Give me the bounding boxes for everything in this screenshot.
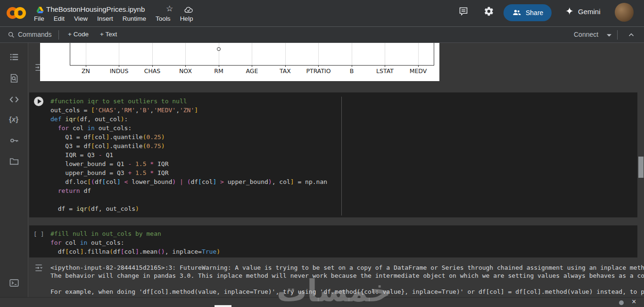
plot-gridline: [252, 43, 252, 65]
vertical-scrollbar-thumb[interactable]: [638, 157, 644, 178]
plot-gridline: [185, 43, 186, 65]
code-line: #fill null in out_cols by mean: [50, 229, 220, 238]
code-line: def iqr(df, out_col):: [50, 115, 327, 124]
find-replace-icon[interactable]: [9, 73, 19, 84]
toolbar-divider: [58, 30, 59, 40]
outlier-point: [217, 47, 221, 51]
plot-gridline: [285, 43, 286, 65]
cloud-saved-icon[interactable]: [184, 5, 193, 15]
menu-bar: FileEditViewInsertRuntimeToolsHelp: [34, 15, 193, 22]
variables-icon[interactable]: {x}: [9, 114, 19, 125]
plot-xtick-label: B: [335, 67, 368, 75]
connect-dropdown-caret-icon[interactable]: [606, 33, 612, 37]
output-collapse-icon[interactable]: [34, 263, 43, 273]
share-label: Share: [526, 9, 543, 17]
menu-file[interactable]: File: [34, 15, 44, 22]
drive-icon: [36, 6, 44, 15]
horizontal-scrollbar-thumb[interactable]: [215, 305, 231, 307]
add-text-button[interactable]: + Text: [100, 31, 117, 38]
star-icon[interactable]: ☆: [166, 4, 173, 14]
plot-xtick-label: INDUS: [103, 67, 136, 75]
plot-gridline: [385, 43, 385, 65]
notebook-scroll-area[interactable]: ZNINDUSCHASNOXRMAGETAXPTRATIOBLSTATMEDV …: [28, 43, 644, 297]
plot-xtick-label: MEDV: [402, 67, 435, 75]
boxplot-output: ZNINDUSCHASNOXRMAGETAXPTRATIOBLSTATMEDV: [40, 43, 439, 81]
bottom-status-bar: ×: [0, 297, 644, 307]
run-cell-button[interactable]: [34, 97, 43, 106]
plot-gridline: [152, 43, 153, 65]
notebook-title[interactable]: TheBostonHousingPrices.ipynb: [46, 5, 145, 13]
plot-tick: [352, 65, 352, 67]
menu-help[interactable]: Help: [180, 15, 193, 22]
commands-button[interactable]: Commands: [18, 31, 52, 38]
code-line: return df: [50, 186, 327, 195]
menu-tools[interactable]: Tools: [156, 15, 171, 22]
colab-logo-icon[interactable]: [7, 7, 28, 19]
settings-gear-icon[interactable]: [484, 6, 494, 17]
code-cell-2[interactable]: [ ] #fill null in out_cols by meanfor co…: [29, 225, 637, 257]
comments-icon[interactable]: [459, 7, 468, 16]
gemini-sparkle-icon: [565, 7, 574, 16]
code-lines-1[interactable]: #fill null in out_cols by meanfor col in…: [50, 229, 220, 256]
plot-tick: [119, 65, 119, 67]
plot-xtick-label: CHAS: [136, 67, 169, 75]
connect-button[interactable]: Connect: [574, 31, 598, 38]
search-icon[interactable]: [8, 31, 15, 39]
code-line: for col in out_cols:: [50, 124, 327, 133]
plot-gridline: [418, 43, 419, 65]
status-dot: [619, 300, 624, 305]
output-line: For example, when doing 'df[col].method(…: [50, 288, 644, 296]
code-line: IQR = Q3 - Q1: [50, 150, 327, 159]
plot-gridline: [318, 43, 319, 65]
cell-run-brackets[interactable]: [ ]: [33, 231, 44, 238]
output-line: [50, 280, 644, 288]
plot-gridline: [86, 43, 86, 65]
left-sidebar: {x}: [0, 43, 28, 297]
code-line: Q1 = df[col].quantile(0.25): [50, 133, 327, 141]
menu-insert[interactable]: Insert: [97, 15, 113, 22]
menu-edit[interactable]: Edit: [54, 15, 65, 22]
plot-frame-left: [70, 43, 70, 65]
code-snippets-icon[interactable]: [9, 94, 19, 105]
table-of-contents-icon[interactable]: [9, 51, 19, 63]
add-code-button[interactable]: + Code: [68, 31, 89, 38]
plot-tick: [385, 65, 385, 67]
plot-tick: [185, 65, 186, 67]
menu-view[interactable]: View: [74, 15, 88, 22]
terminal-icon[interactable]: [9, 277, 19, 289]
menu-runtime[interactable]: Runtime: [123, 15, 146, 22]
plot-xtick-label: PTRATIO: [302, 67, 335, 75]
code-line: [50, 195, 327, 204]
output-line: The behavior will change in pandas 3.0. …: [50, 272, 644, 280]
plot-xtick-label: RM: [202, 67, 235, 75]
code-cell-1[interactable]: #function iqr to set outliers to nullout…: [29, 92, 637, 217]
code-line: df[col].fillna(df[col].mean(), inplace=T…: [50, 247, 220, 256]
code-line: df.loc[(df[col] < lower_bound) | (df[col…: [50, 177, 327, 186]
avatar[interactable]: [615, 3, 634, 22]
plot-tick: [252, 65, 252, 67]
share-button[interactable]: Share: [504, 4, 552, 21]
plot-xtick-label: NOX: [169, 67, 202, 75]
collapse-chevron-up-icon[interactable]: [627, 31, 636, 39]
plot-gridline: [352, 43, 352, 65]
plot-tick: [86, 65, 86, 67]
toolbar-divider: [617, 30, 618, 40]
code-line: lower_bound = Q1 - 1.5 * IQR: [50, 159, 327, 168]
cell-output-text: <ipython-input-82-2844415d2165>:3: Futur…: [50, 264, 644, 296]
code-line: upper_bound = Q3 + 1.5 * IQR: [50, 168, 327, 177]
files-folder-icon[interactable]: [9, 156, 19, 167]
code-lines-0[interactable]: #function iqr to set outliers to nullout…: [50, 97, 327, 213]
editor-ruler-line: [341, 97, 342, 216]
close-icon[interactable]: ×: [632, 298, 636, 306]
plot-xtick-label: ZN: [69, 67, 102, 75]
code-line: #function iqr to set outliers to null: [50, 97, 327, 106]
plot-tick: [285, 65, 286, 67]
code-line: df = iqr(df, out_cols): [50, 204, 327, 213]
code-line: out_cols = ['CHAS','RM','B','MEDV','ZN']: [50, 106, 327, 115]
secrets-key-icon[interactable]: [9, 135, 19, 146]
code-line: Q3 = df[col].quantile(0.75): [50, 141, 327, 150]
app-header: TheBostonHousingPrices.ipynb ☆ FileEditV…: [0, 0, 644, 27]
plot-gridline: [219, 43, 219, 65]
gemini-button[interactable]: Gemini: [565, 7, 601, 16]
plot-tick: [219, 65, 219, 67]
